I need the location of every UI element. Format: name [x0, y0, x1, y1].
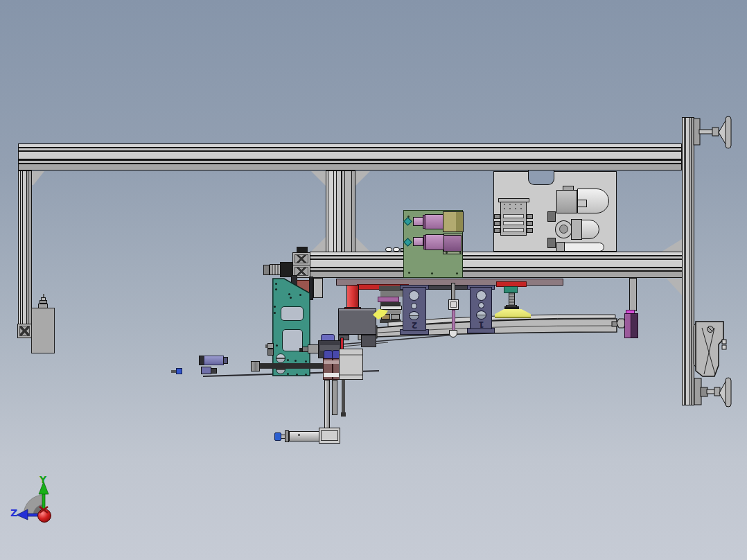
cad-viewport[interactable]: 2 1 [0, 0, 747, 560]
top-knob-stem [699, 130, 714, 134]
y-axis-label: Y [39, 474, 47, 485]
bottom-knob-stem [707, 390, 715, 394]
bottom-knob-hex [714, 387, 720, 396]
top-knob-hex [712, 128, 719, 136]
z-axis-label: Z [10, 507, 17, 518]
bottom-knob-disc [726, 378, 731, 407]
bottom-bracket-tab [722, 345, 726, 349]
z-axis-arrowhead [17, 509, 28, 520]
bottom-bracket-tab [722, 340, 726, 344]
overlay-svg: Y Z [0, 0, 747, 560]
top-knob-disc [726, 116, 731, 148]
